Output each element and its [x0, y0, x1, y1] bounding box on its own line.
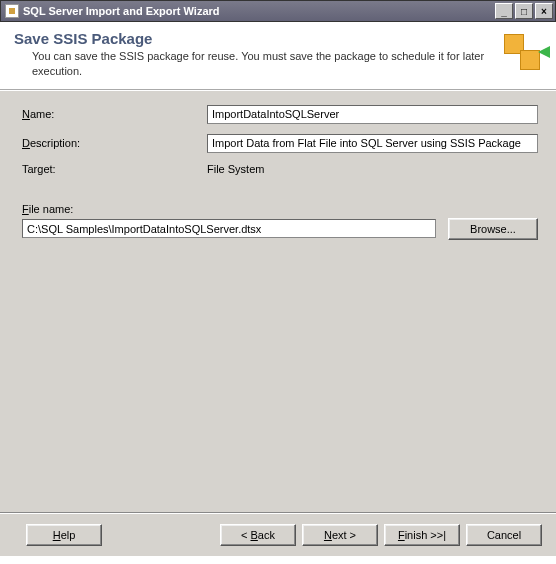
- name-input[interactable]: [207, 105, 538, 124]
- page-title: Save SSIS Package: [14, 30, 492, 47]
- minimize-button[interactable]: _: [495, 3, 513, 19]
- finish-button[interactable]: Finish >>|: [384, 524, 460, 546]
- description-label: Description:: [22, 137, 207, 149]
- browse-button[interactable]: Browse...: [448, 218, 538, 240]
- window-title: SQL Server Import and Export Wizard: [23, 5, 493, 17]
- app-icon: [5, 4, 19, 18]
- wizard-header: Save SSIS Package You can save the SSIS …: [0, 22, 556, 90]
- target-value: File System: [207, 163, 264, 175]
- window-controls: _ □ ×: [493, 3, 553, 19]
- filename-label: File name:: [22, 203, 538, 215]
- wizard-icon: [500, 30, 544, 74]
- target-label: Target:: [22, 163, 207, 175]
- wizard-content: Name: Description: Target: File System F…: [0, 90, 556, 512]
- wizard-footer: Help < Back Next > Finish >>| Cancel: [0, 514, 556, 556]
- name-label: Name:: [22, 108, 207, 120]
- help-button[interactable]: Help: [26, 524, 102, 546]
- close-button[interactable]: ×: [535, 3, 553, 19]
- titlebar: SQL Server Import and Export Wizard _ □ …: [0, 0, 556, 22]
- page-description: You can save the SSIS package for reuse.…: [32, 49, 492, 79]
- filename-input[interactable]: [22, 219, 436, 238]
- description-input[interactable]: [207, 134, 538, 153]
- cancel-button[interactable]: Cancel: [466, 524, 542, 546]
- back-button[interactable]: < Back: [220, 524, 296, 546]
- maximize-button[interactable]: □: [515, 3, 533, 19]
- next-button[interactable]: Next >: [302, 524, 378, 546]
